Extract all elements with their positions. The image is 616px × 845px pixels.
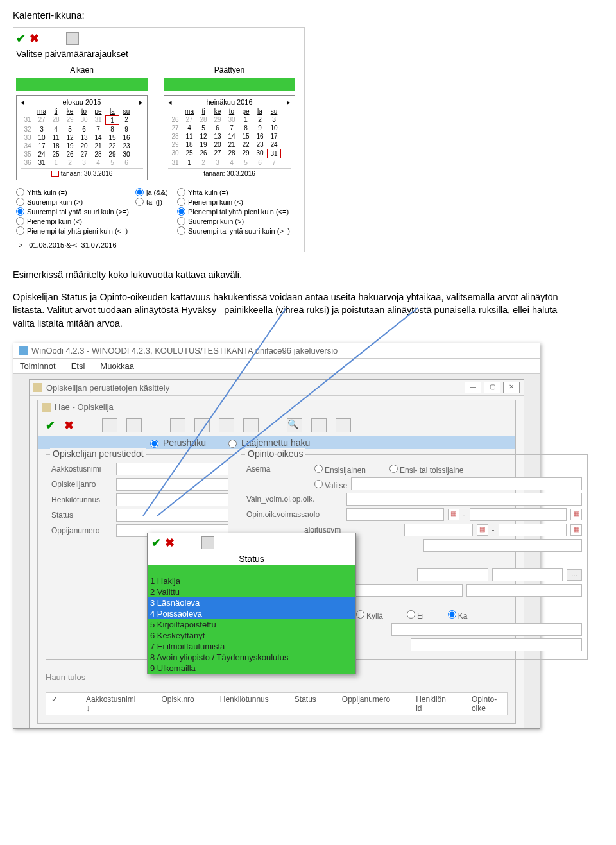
- cancel-icon[interactable]: ✖: [30, 31, 39, 46]
- next-month-icon[interactable]: ▸: [287, 98, 291, 107]
- list-item[interactable]: 2 Valittu: [148, 586, 355, 597]
- tab-perushaku[interactable]: Perushaku: [147, 438, 206, 448]
- app-window: WinOodi 4.2.3 - WINOODI 4.2.3, KOULUTUS/…: [13, 343, 540, 729]
- today-link[interactable]: tänään: 30.3.2016: [168, 168, 291, 178]
- comparison-radio[interactable]: Yhtä kuin (=): [177, 188, 290, 196]
- comparison-radio[interactable]: Pienempi kuin (<): [177, 198, 290, 206]
- row-input[interactable]: [346, 584, 463, 597]
- month-picker-from[interactable]: ◂elokuu 2015▸ matiketopelasu312728293031…: [16, 95, 148, 180]
- tool-icon-1[interactable]: [102, 418, 117, 432]
- aloitus-from[interactable]: [404, 524, 473, 536]
- list-item[interactable]: 7 Ei ilmoittautumista: [148, 641, 355, 652]
- laji-input[interactable]: [411, 638, 582, 651]
- calendar-icon[interactable]: ▦: [448, 509, 459, 520]
- list-item[interactable]: 4 Poissaoleva: [148, 608, 355, 619]
- comparison-radio[interactable]: Suurempi tai yhtä suuri kuin (>=): [177, 226, 290, 235]
- column-header[interactable]: Opisk.nro: [161, 695, 194, 713]
- toolbar: ✔ ✖ 🔍: [38, 414, 515, 436]
- list-item[interactable]: 5 Kirjoiltapoistettu: [148, 619, 355, 630]
- accept-icon[interactable]: ✔: [16, 31, 26, 46]
- text-input[interactable]: [116, 493, 228, 506]
- list-item[interactable]: 3 Läsnäoleva: [148, 597, 355, 608]
- comparison-radio[interactable]: tai (|): [135, 198, 171, 206]
- olop-input[interactable]: [391, 623, 582, 636]
- sort-check-icon[interactable]: ✓: [51, 695, 58, 713]
- list-item[interactable]: 8 Avoin yliopisto / Täydennyskoulutus: [148, 652, 355, 663]
- column-header[interactable]: Henkilötunnus: [220, 695, 269, 713]
- subwindow-title: Opiskelijan perustietojen käsittely: [46, 383, 169, 393]
- list-item[interactable]: [148, 565, 355, 576]
- comparison-radio[interactable]: Yhtä kuin (=): [16, 188, 129, 196]
- accept-icon[interactable]: ✔: [46, 418, 55, 432]
- copy-icon[interactable]: [311, 418, 327, 432]
- comparison-radio[interactable]: Suurempi kuin (>): [16, 198, 129, 206]
- magnify-icon[interactable]: 🔍: [287, 418, 302, 432]
- row-input2[interactable]: [466, 584, 583, 597]
- month-picker-to[interactable]: ◂heinäkuu 2016▸ matiketopelasu2627282930…: [164, 95, 295, 180]
- first-icon[interactable]: [170, 418, 185, 432]
- cancel-icon[interactable]: ✖: [165, 536, 175, 550]
- menu-etsi[interactable]: Etsi: [71, 361, 85, 371]
- app-icon: [19, 346, 28, 355]
- next-month-icon[interactable]: ▸: [139, 98, 143, 107]
- column-header[interactable]: Henkilön id: [416, 695, 446, 713]
- text-input[interactable]: [116, 509, 228, 522]
- field-label: Opiskelijanro: [51, 480, 112, 489]
- prev-month-icon[interactable]: ◂: [21, 98, 24, 107]
- tool-icon[interactable]: [201, 536, 214, 549]
- calendar-icon[interactable]: ▦: [570, 509, 582, 520]
- browse-button[interactable]: …: [567, 569, 582, 581]
- close-icon[interactable]: ✕: [503, 382, 520, 393]
- radio-valitse[interactable]: Valitse: [311, 478, 347, 490]
- window-titlebar: WinOodi 4.2.3 - WINOODI 4.2.3, KOULUTUS/…: [13, 343, 540, 359]
- col-to: Päättyen: [164, 63, 295, 77]
- text-input[interactable]: [116, 463, 228, 475]
- valitse-input[interactable]: [351, 477, 582, 490]
- maximize-icon[interactable]: ▢: [484, 382, 501, 393]
- comparison-radio[interactable]: ja (&&): [135, 188, 171, 196]
- de-input[interactable]: [417, 568, 488, 581]
- comparison-radio[interactable]: Pienempi tai yhtä pieni kuin (<=): [16, 226, 129, 235]
- radio-ensitai[interactable]: Ensi- tai toissijaine: [386, 463, 463, 475]
- radio-ensisijainen[interactable]: Ensisijainen: [311, 463, 366, 475]
- prev-month-icon[interactable]: ◂: [168, 98, 172, 107]
- list-item[interactable]: 9 Ulkomailla: [148, 663, 355, 674]
- last-icon[interactable]: [243, 418, 259, 432]
- list-item[interactable]: 1 Hakija: [148, 576, 355, 586]
- next-icon[interactable]: [219, 418, 234, 432]
- de-input2[interactable]: [492, 568, 563, 581]
- col-from: Alkaen: [16, 63, 148, 77]
- si-input[interactable]: [424, 539, 582, 552]
- calendar-icon[interactable]: ▦: [570, 524, 582, 536]
- today-link[interactable]: tänään: 30.3.2016: [21, 168, 143, 178]
- radio-ka[interactable]: Ka: [445, 608, 468, 620]
- accept-icon[interactable]: ✔: [151, 536, 161, 550]
- tool-icon[interactable]: [66, 32, 79, 45]
- vain-input[interactable]: [346, 493, 582, 506]
- menu-muokkaa[interactable]: Muokkaa: [100, 361, 134, 371]
- voimassa-from[interactable]: [346, 508, 444, 521]
- radio-kylla[interactable]: Kyllä: [353, 608, 383, 620]
- cancel-icon[interactable]: ✖: [64, 418, 74, 432]
- print-icon[interactable]: [336, 418, 351, 432]
- comparison-radio[interactable]: Suurempi tai yhtä suuri kuin (>=): [16, 207, 129, 216]
- comparison-radio[interactable]: Pienempi kuin (<): [16, 217, 129, 225]
- text-input[interactable]: [116, 478, 228, 491]
- list-item[interactable]: 6 Keskeyttänyt: [148, 630, 355, 641]
- minimize-icon[interactable]: —: [465, 382, 481, 393]
- aloitus-to[interactable]: [499, 524, 567, 536]
- column-header[interactable]: Opinto-oike: [472, 695, 502, 713]
- column-header[interactable]: Status: [295, 695, 316, 713]
- comparison-radio[interactable]: Pienempi tai yhtä pieni kuin (<=): [177, 207, 290, 216]
- voimassa-to[interactable]: [470, 508, 567, 521]
- calendar-window: ✔ ✖ Valitse päivämäärärajaukset Alkaen ◂…: [13, 27, 305, 252]
- prev-icon[interactable]: [194, 418, 210, 432]
- column-header[interactable]: Aakkostusnimi ↓: [86, 695, 135, 713]
- calendar-icon[interactable]: ▦: [477, 524, 488, 536]
- column-header[interactable]: Oppijanumero: [342, 695, 390, 713]
- tool-icon-2[interactable]: [126, 418, 142, 432]
- comparison-radio[interactable]: Suurempi kuin (>): [177, 217, 290, 225]
- tab-laajennettu[interactable]: Laajennettu haku: [225, 438, 310, 448]
- radio-ei[interactable]: Ei: [404, 608, 424, 620]
- menu-toiminnot[interactable]: Toiminnot: [20, 361, 56, 371]
